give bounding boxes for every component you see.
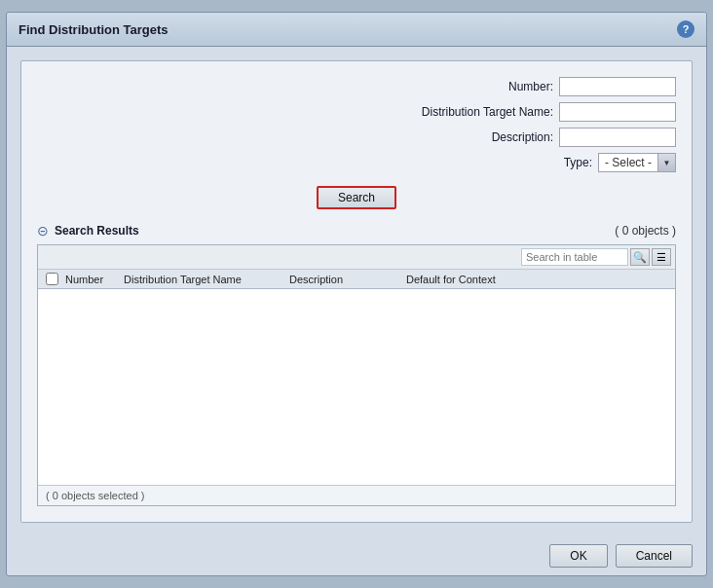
col-header-default-for-context: Default for Context	[402, 274, 671, 285]
col-header-number: Number	[61, 274, 120, 285]
help-icon[interactable]: ?	[677, 20, 694, 38]
dist-target-name-label: Distribution Target Name:	[422, 105, 553, 119]
results-title: Search Results	[55, 224, 139, 238]
col-header-description: Description	[285, 274, 402, 285]
dialog-titlebar: Find Distribution Targets ?	[7, 13, 706, 47]
description-row: Description:	[37, 128, 676, 147]
number-input[interactable]	[559, 77, 676, 96]
number-label: Number:	[508, 80, 553, 93]
type-select-dropdown-btn[interactable]	[657, 154, 675, 171]
form-section: Number: Distribution Target Name: Descri…	[37, 77, 676, 172]
search-button[interactable]: Search	[317, 186, 396, 209]
header-checkbox-cell	[42, 273, 61, 285]
description-input[interactable]	[559, 128, 676, 147]
table-body	[38, 289, 675, 485]
dialog-title: Find Distribution Targets	[19, 22, 169, 37]
type-label: Type:	[564, 156, 592, 169]
type-select[interactable]: - Select -	[598, 153, 676, 172]
find-distribution-targets-dialog: Find Distribution Targets ? Number: Dist…	[6, 12, 707, 576]
results-title-group: ⊝ Search Results	[37, 223, 139, 239]
table-footer: ( 0 objects selected )	[38, 485, 675, 505]
table-header: Number Distribution Target Name Descript…	[38, 270, 675, 289]
results-header: ⊝ Search Results ( 0 objects )	[37, 223, 676, 239]
dialog-body: Number: Distribution Target Name: Descri…	[7, 47, 706, 536]
dist-target-name-input[interactable]	[559, 102, 676, 122]
search-results-section: ⊝ Search Results ( 0 objects ) 🔍 ☰	[37, 223, 676, 506]
results-count: ( 0 objects )	[615, 224, 676, 238]
type-select-text: - Select -	[599, 155, 657, 170]
dist-target-name-row: Distribution Target Name:	[37, 102, 676, 122]
inner-panel: Number: Distribution Target Name: Descri…	[20, 60, 693, 523]
collapse-icon[interactable]: ⊝	[37, 223, 49, 239]
cancel-button[interactable]: Cancel	[616, 544, 693, 568]
col-header-distribution-target-name: Distribution Target Name	[120, 274, 285, 285]
ok-button[interactable]: OK	[549, 544, 607, 568]
dialog-footer: OK Cancel	[7, 536, 706, 575]
columns-toolbar-icon[interactable]: ☰	[652, 248, 671, 266]
search-in-table-input[interactable]	[521, 248, 628, 266]
results-table-container: 🔍 ☰ Number Distribution Target Name Desc…	[37, 244, 676, 506]
search-button-row: Search	[37, 186, 676, 209]
table-toolbar: 🔍 ☰	[38, 245, 675, 270]
search-toolbar-icon[interactable]: 🔍	[630, 248, 650, 266]
select-all-checkbox[interactable]	[46, 273, 58, 285]
description-label: Description:	[492, 130, 553, 144]
type-row: Type: - Select -	[37, 153, 676, 172]
number-row: Number:	[37, 77, 676, 96]
